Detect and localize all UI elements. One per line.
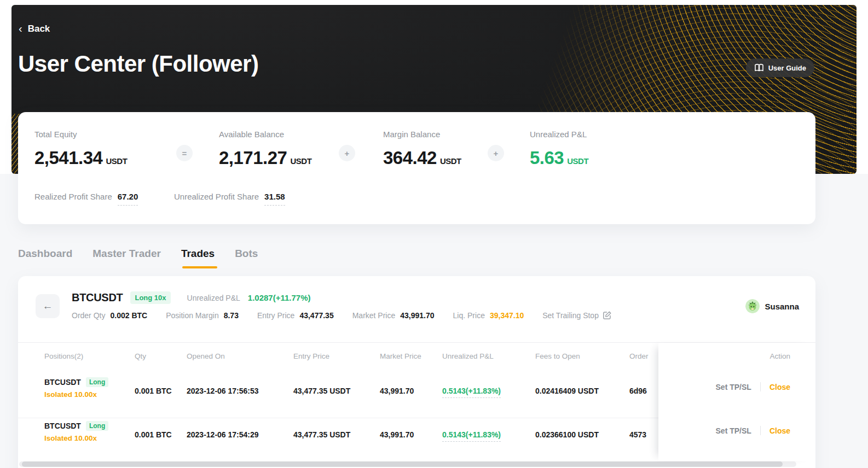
qty-cell: 0.001 BTC — [135, 387, 172, 395]
position-symbol-cell: BTCUSDT Long Isolated 10.00x — [44, 377, 108, 399]
market-price-cell: 43,991.70 — [380, 387, 414, 395]
equals-icon: = — [176, 145, 193, 161]
trailing-stop-label: Set Trailing Stop — [542, 311, 599, 320]
set-tpsl-button[interactable]: Set TP/SL — [716, 426, 751, 435]
page: ‹ Back User Center (Follower) User Guide… — [0, 0, 868, 468]
entry-price-field: Entry Price 43,477.35 — [257, 311, 334, 320]
field-label: Liq. Price — [453, 311, 485, 320]
entry-price-cell: 43,477.35 USDT — [293, 430, 350, 439]
unrealized-pnl-label: Unrealized P&L — [187, 294, 240, 302]
stat-value: 5.63 — [530, 148, 564, 168]
entry-price-cell: 43,477.35 USDT — [293, 387, 350, 395]
set-tpsl-button[interactable]: Set TP/SL — [716, 383, 751, 391]
unrealized-pnl-cell[interactable]: 0.5143(+11.83%) — [442, 430, 501, 442]
profit-share-label: Unrealized Profit Share — [174, 192, 259, 201]
stat-value: 2,541.34 — [34, 148, 102, 168]
main-tabs: Dashboard Master Trader Trades Bots — [18, 248, 258, 268]
field-label: Market Price — [352, 311, 396, 320]
col-header-opened-on: Opened On — [187, 352, 225, 360]
order-id-cell: 4573 — [629, 430, 646, 439]
horizontal-scrollbar-thumb[interactable] — [22, 461, 783, 467]
field-value: 43,991.70 — [400, 311, 434, 320]
stat-label: Total Equity — [34, 130, 127, 139]
stat-label: Available Balance — [219, 130, 311, 139]
stat-total-equity: Total Equity 2,541.34USDT — [34, 130, 127, 168]
field-label: Position Margin — [166, 311, 219, 320]
profit-share-value[interactable]: 31.58 — [264, 192, 285, 206]
stat-value: 2,171.27 — [219, 148, 287, 168]
stat-unit: USDT — [440, 156, 461, 166]
stat-unit: USDT — [290, 156, 311, 166]
stat-label: Margin Balance — [383, 130, 461, 139]
position-summary-line2: Order Qty 0.002 BTC Position Margin 8.73… — [72, 311, 612, 320]
sticky-action-column: Action Set TP/SL Close Set TP/SL Close — [658, 343, 815, 461]
opened-on-cell: 2023-12-06 17:56:53 — [187, 387, 259, 395]
row-symbol: BTCUSDT — [44, 422, 81, 430]
stat-margin-balance: Margin Balance 364.42USDT — [383, 130, 461, 168]
row-symbol: BTCUSDT — [44, 378, 81, 387]
row-side-badge: Long — [86, 421, 108, 431]
col-header-unrealized-pnl: Unrealized P&L — [442, 352, 494, 360]
chevron-left-icon: ‹ — [19, 23, 22, 34]
set-trailing-stop-button[interactable]: Set Trailing Stop — [542, 311, 612, 320]
field-label: Order Qty — [72, 311, 105, 320]
back-button[interactable]: ‹ Back — [19, 24, 50, 34]
book-icon — [754, 63, 764, 72]
liq-price-field: Liq. Price 39,347.10 — [453, 311, 524, 320]
plus-icon: + — [488, 145, 504, 161]
profit-share-label: Realized Profit Share — [34, 192, 112, 201]
close-position-button[interactable]: Close — [769, 383, 790, 391]
field-value: 0.002 BTC — [110, 311, 147, 320]
tab-bots[interactable]: Bots — [235, 248, 258, 268]
stat-unit: USDT — [567, 156, 588, 166]
col-header-entry-price: Entry Price — [293, 352, 329, 360]
arrow-left-icon: ← — [43, 300, 53, 312]
plus-icon: + — [339, 145, 355, 161]
stat-value: 364.42 — [383, 148, 437, 168]
position-summary-line1: BTCUSDT Long 10x Unrealized P&L 1.0287(+… — [72, 291, 311, 304]
tab-master-trader[interactable]: Master Trader — [92, 248, 161, 268]
col-header-action: Action — [769, 352, 790, 360]
field-value: 43,477.35 — [299, 311, 333, 320]
field-value: 39,347.10 — [490, 311, 524, 320]
order-qty-field: Order Qty 0.002 BTC — [72, 311, 147, 320]
col-header-market-price: Market Price — [380, 352, 421, 360]
tab-dashboard[interactable]: Dashboard — [18, 248, 72, 268]
col-header-order: Order — [629, 352, 649, 360]
stat-unit: USDT — [106, 156, 127, 166]
action-divider — [760, 426, 761, 435]
row-side-badge: Long — [86, 377, 108, 387]
horizontal-scrollbar-track[interactable] — [19, 461, 796, 467]
unrealized-pnl-cell[interactable]: 0.5143(+11.83%) — [442, 387, 501, 398]
edit-icon — [603, 311, 612, 320]
profit-share-value[interactable]: 67.20 — [118, 192, 138, 206]
user-guide-button[interactable]: User Guide — [746, 58, 814, 77]
market-price-field: Market Price 43,991.70 — [352, 311, 435, 320]
qty-cell: 0.001 BTC — [135, 430, 172, 439]
back-label: Back — [28, 24, 50, 34]
row-actions: Set TP/SL Close — [716, 382, 790, 391]
page-title: User Center (Follower) — [18, 51, 258, 77]
market-price-cell: 43,991.70 — [380, 430, 414, 439]
stat-available-balance: Available Balance 2,171.27USDT — [219, 130, 311, 168]
stat-label: Unrealized P&L — [530, 130, 588, 139]
col-header-qty: Qty — [135, 352, 146, 360]
trades-panel: ← BTCUSDT Long 10x Unrealized P&L 1.0287… — [18, 276, 815, 468]
field-value: 8.73 — [224, 311, 239, 320]
trader-avatar — [745, 299, 760, 313]
tab-trades[interactable]: Trades — [181, 248, 215, 268]
fees-cell: 0.02366100 USDT — [535, 430, 599, 439]
position-margin-field: Position Margin 8.73 — [166, 311, 239, 320]
col-header-fees-to-open: Fees to Open — [535, 352, 580, 360]
trader-name: Susanna — [765, 302, 799, 311]
realized-profit-share: Realized Profit Share 67.20 — [34, 192, 138, 206]
equity-summary-card: Total Equity 2,541.34USDT = Available Ba… — [18, 112, 815, 224]
close-position-button[interactable]: Close — [769, 426, 790, 435]
stat-unrealized-pnl: Unrealized P&L 5.63USDT — [530, 130, 588, 168]
symbol-label: BTCUSDT — [72, 291, 123, 304]
master-trader-chip[interactable]: Susanna — [745, 299, 799, 313]
field-label: Entry Price — [257, 311, 294, 320]
action-divider — [760, 382, 761, 391]
panel-back-button[interactable]: ← — [36, 294, 60, 318]
user-guide-label: User Guide — [768, 64, 806, 72]
